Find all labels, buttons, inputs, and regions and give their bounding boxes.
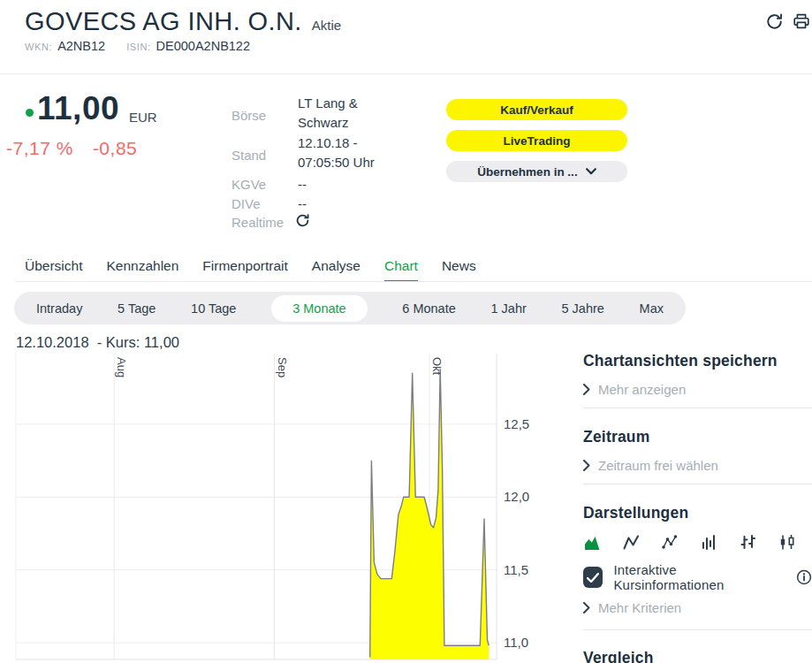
stock-detail-page: GOVECS AG INH. O.N. Aktie WKN: A2NB12 IS…: [0, 0, 812, 663]
line-dots-chart-icon[interactable]: [662, 534, 679, 551]
header-divider: [0, 73, 812, 74]
stand-value-line1: 12.10.18 -: [298, 135, 358, 150]
apply-in-dropdown[interactable]: Übernehmen in ...: [446, 161, 627, 182]
sidebar-divider: [583, 484, 812, 484]
info-icon[interactable]: [796, 569, 812, 585]
line-chart-icon[interactable]: [623, 534, 641, 551]
sidebar-heading-zeitraum: Zeitraum: [583, 428, 650, 446]
range-5-tage[interactable]: 5 Tage: [118, 301, 156, 316]
range-1-jahr[interactable]: 1 Jahr: [490, 301, 526, 316]
chevron-right-icon: [583, 460, 590, 471]
price-currency: EUR: [129, 110, 157, 125]
range-intraday[interactable]: Intraday: [36, 301, 82, 316]
realtime-label: Realtime: [231, 215, 284, 230]
price-chart-svg[interactable]: 12,512,011,511,0AugSepOkt: [0, 350, 548, 663]
boerse-value-line2: Schwarz: [298, 115, 349, 130]
tab-kennzahlen[interactable]: Kennzahlen: [106, 258, 178, 282]
wkn-label: WKN:: [25, 42, 52, 52]
mehr-kriterien-link[interactable]: Mehr Kriterien: [583, 600, 681, 615]
chevron-down-icon: [586, 168, 596, 175]
tab-uebersicht[interactable]: Übersicht: [25, 258, 82, 282]
boerse-label: Börse: [231, 108, 266, 123]
sidebar-divider: [583, 408, 812, 408]
svg-text:12,5: 12,5: [504, 416, 529, 431]
dive-label: DIVe: [231, 196, 261, 211]
wkn-value: A2NB12: [57, 39, 105, 53]
range-10-tage[interactable]: 10 Tage: [191, 301, 236, 316]
check-icon: [587, 573, 599, 583]
range-6-monate[interactable]: 6 Monate: [402, 301, 455, 316]
interactive-info-label: Interaktive Kursinformationen: [613, 562, 779, 592]
sidebar-heading-darstellungen: Darstellungen: [583, 504, 688, 522]
tab-bar-border: [16, 281, 812, 282]
trading-status-dot: [26, 109, 34, 117]
tab-bar: Übersicht Kennzahlen Firmenportrait Anal…: [25, 258, 476, 282]
tab-analyse[interactable]: Analyse: [312, 258, 360, 282]
change-absolute: -0,85: [93, 138, 137, 159]
sidebar-heading-vergleich: Vergleich: [583, 649, 654, 663]
refresh-icon[interactable]: [765, 12, 784, 34]
svg-text:Aug: Aug: [115, 357, 128, 377]
live-trading-button[interactable]: LiveTrading: [446, 130, 627, 151]
interactive-info-row: Interaktive Kursinformationen: [583, 562, 812, 592]
chevron-right-icon: [583, 602, 590, 613]
mehr-anzeigen-label: Mehr anzeigen: [598, 382, 686, 397]
apply-in-label: Übernehmen in ...: [477, 165, 577, 179]
sidebar-heading-chartansichten: Chartansichten speichern: [583, 352, 778, 370]
price-change: -7,17 % -0,85: [6, 138, 137, 159]
zeitraum-frei-waehlen-link[interactable]: Zeitraum frei wählen: [583, 458, 718, 473]
svg-text:11,0: 11,0: [504, 635, 528, 650]
print-icon[interactable]: [792, 11, 811, 34]
range-max[interactable]: Max: [640, 301, 664, 316]
sidebar-divider: [583, 629, 812, 630]
mehr-kriterien-label: Mehr Kriterien: [598, 600, 681, 615]
price-value: 11,00: [37, 90, 119, 127]
instrument-type-label: Aktie: [312, 18, 341, 33]
buy-sell-label: Kauf/Verkauf: [500, 103, 573, 117]
kgve-value: --: [298, 177, 307, 192]
tab-news[interactable]: News: [442, 258, 476, 282]
area-chart-icon[interactable]: [584, 534, 602, 551]
kgve-label: KGVe: [231, 177, 266, 192]
page-title: GOVECS AG INH. O.N.: [25, 7, 302, 36]
realtime-refresh-icon[interactable]: [295, 213, 310, 231]
chart-crosshair-label: 12.10.2018 - Kurs: 11,00: [16, 334, 179, 351]
tab-firmenportrait[interactable]: Firmenportrait: [202, 258, 287, 282]
svg-text:Okt: Okt: [430, 357, 444, 376]
range-selector: Intraday 5 Tage 10 Tage 3 Monate 6 Monat…: [14, 292, 686, 324]
svg-text:Sep: Sep: [276, 357, 289, 377]
interactive-info-checkbox[interactable]: [583, 567, 603, 588]
tab-chart[interactable]: Chart: [384, 258, 418, 282]
buy-sell-button[interactable]: Kauf/Verkauf: [446, 99, 627, 120]
svg-text:12,0: 12,0: [504, 489, 529, 504]
boerse-value-line1: LT Lang &: [298, 95, 358, 110]
ohlc-chart-icon[interactable]: [740, 534, 757, 551]
zeitraum-frei-waehlen-label: Zeitraum frei wählen: [598, 458, 718, 473]
header-title-row: GOVECS AG INH. O.N. Aktie: [25, 7, 341, 36]
isin-value: DE000A2NB122: [156, 39, 250, 53]
change-percent: -7,17 %: [6, 138, 73, 159]
dive-value: --: [298, 196, 307, 211]
bar-chart-icon[interactable]: [701, 534, 718, 551]
chevron-right-icon: [583, 384, 590, 395]
isin-label: ISIN:: [126, 42, 150, 52]
mehr-anzeigen-link[interactable]: Mehr anzeigen: [583, 382, 686, 397]
candlestick-chart-icon[interactable]: [778, 534, 796, 551]
stand-value-line2: 07:05:50 Uhr: [298, 155, 375, 170]
range-5-jahre[interactable]: 5 Jahre: [562, 301, 604, 316]
svg-text:11,5: 11,5: [504, 562, 528, 577]
stand-label: Stand: [231, 148, 266, 163]
instrument-ids: WKN: A2NB12 ISIN: DE000A2NB122: [25, 39, 250, 53]
range-3-monate[interactable]: 3 Monate: [271, 295, 367, 322]
chart-type-icons: [584, 534, 796, 551]
live-trading-label: LiveTrading: [504, 134, 571, 148]
